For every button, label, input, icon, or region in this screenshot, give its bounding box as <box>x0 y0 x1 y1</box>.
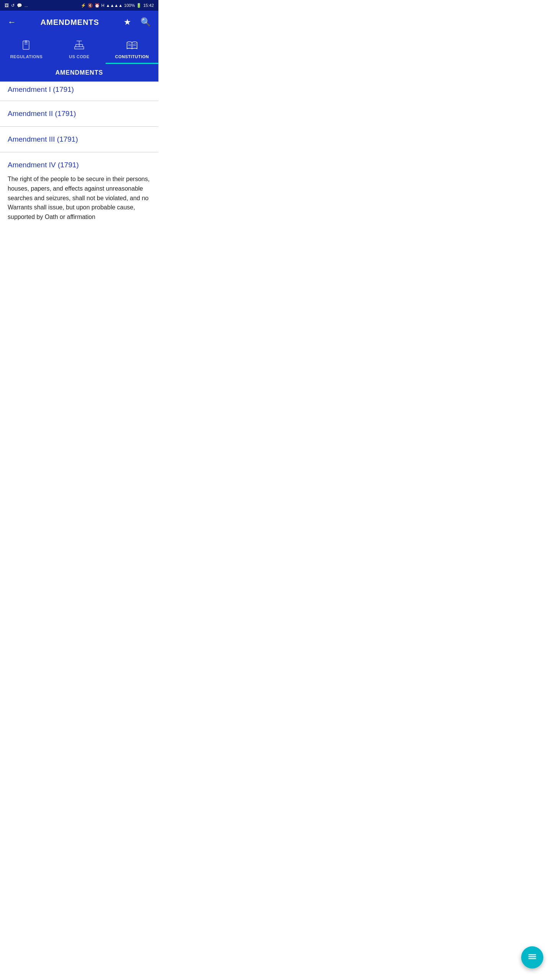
gallery-icon: 🖼 <box>5 3 9 8</box>
tab-constitution[interactable]: CONSTITUTION <box>106 37 158 64</box>
constitution-tab-label: CONSTITUTION <box>115 54 149 59</box>
amendments-list: Amendment I (1791) Amendment II (1791) A… <box>0 82 158 230</box>
svg-line-14 <box>133 45 136 46</box>
amendment-body-text: The right of the people to be secure in … <box>8 175 151 222</box>
status-right-info: ⚡ 🔇 ⏰ H ▲▲▲▲ 100% 🔋 15:42 <box>81 3 154 8</box>
h-network-icon: H <box>101 3 104 8</box>
tab-regulations[interactable]: REGULATIONS <box>0 37 53 64</box>
amendment-title: Amendment II (1791) <box>8 109 76 118</box>
amendment-title: Amendment IV (1791) <box>8 161 79 169</box>
sync-icon: ↺ <box>11 3 15 8</box>
message-icon: 💬 <box>17 3 22 8</box>
header-action-icons: ★ 🔍 <box>122 16 152 29</box>
regulations-icon <box>21 40 32 53</box>
app-header: ← AMENDMENTS ★ 🔍 <box>0 11 158 34</box>
list-item[interactable]: Amendment IV (1791) The right of the peo… <box>0 152 158 230</box>
regulations-tab-label: REGULATIONS <box>10 54 43 59</box>
svg-line-12 <box>128 45 131 46</box>
constitution-icon <box>126 40 138 53</box>
amendment-title: Amendment I (1791) <box>8 85 74 93</box>
mute-icon: 🔇 <box>88 3 93 8</box>
us-code-icon <box>73 40 85 53</box>
list-item[interactable]: Amendment II (1791) <box>0 101 158 127</box>
page-title: AMENDMENTS <box>41 18 99 27</box>
bluetooth-icon: ⚡ <box>81 3 86 8</box>
uscodeicon-svg <box>73 40 85 51</box>
us-code-tab-label: US CODE <box>69 54 90 59</box>
sub-header-text: AMENDMENTS <box>55 69 103 76</box>
list-item[interactable]: Amendment III (1791) <box>0 127 158 152</box>
more-icon: ... <box>24 3 28 8</box>
svg-line-11 <box>128 44 131 44</box>
regulations-svg <box>21 40 32 51</box>
clock: 15:42 <box>143 3 154 8</box>
search-button[interactable]: 🔍 <box>139 16 152 29</box>
signal-icon: ▲▲▲▲ <box>106 3 123 8</box>
tab-us-code[interactable]: US CODE <box>53 37 106 64</box>
sub-header: AMENDMENTS <box>0 64 158 82</box>
constitutionicon-svg <box>126 40 138 51</box>
alarm-icon: ⏰ <box>95 3 100 8</box>
list-item[interactable]: Amendment I (1791) <box>0 82 158 101</box>
svg-line-13 <box>133 44 136 44</box>
status-left-icons: 🖼 ↺ 💬 ... <box>5 3 28 8</box>
status-bar: 🖼 ↺ 💬 ... ⚡ 🔇 ⏰ H ▲▲▲▲ 100% 🔋 15:42 <box>0 0 158 11</box>
battery-icon: 🔋 <box>136 3 142 8</box>
battery-level: 100% <box>124 3 135 8</box>
favorite-button[interactable]: ★ <box>122 16 133 29</box>
tab-bar: REGULATIONS US CODE <box>0 34 158 64</box>
back-button[interactable]: ← <box>6 16 18 29</box>
amendment-title: Amendment III (1791) <box>8 135 78 143</box>
svg-rect-4 <box>75 47 84 49</box>
